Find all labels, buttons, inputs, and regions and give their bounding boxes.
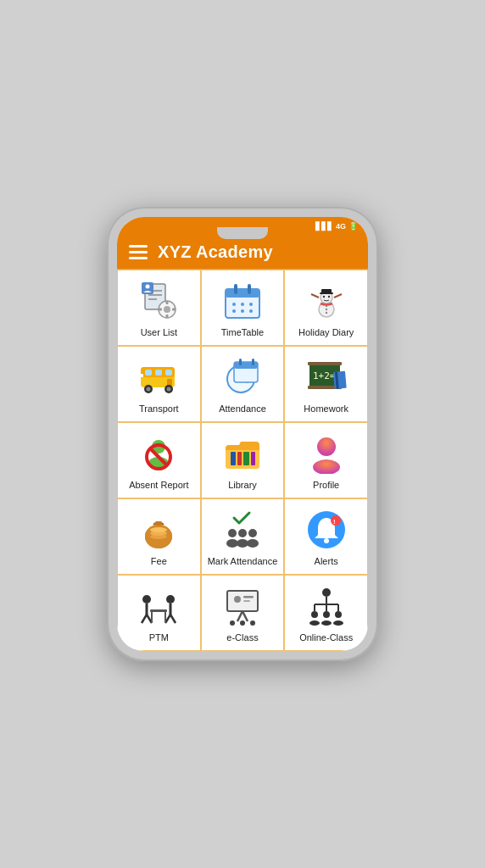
svg-point-79 (247, 539, 259, 548)
svg-rect-98 (243, 600, 250, 602)
svg-point-111 (323, 611, 330, 618)
svg-point-31 (325, 308, 326, 309)
homework-label: Homework (304, 403, 348, 415)
online-class-icon (303, 584, 350, 628)
svg-line-99 (237, 611, 242, 621)
svg-point-16 (232, 303, 236, 306)
svg-point-25 (327, 295, 329, 297)
library-label: Library (228, 480, 257, 491)
ptm-label: PTM (149, 632, 169, 643)
svg-point-76 (238, 529, 247, 537)
svg-point-96 (234, 596, 241, 603)
profile-icon (303, 431, 350, 476)
svg-rect-92 (150, 609, 167, 612)
app-title: XYZ Academy (158, 242, 273, 262)
svg-rect-37 (165, 370, 172, 376)
holiday-diary-icon (303, 279, 350, 323)
absent-report-label: Absent Report (129, 480, 188, 491)
library-icon (219, 431, 266, 476)
e-class-label: e-Class (226, 632, 258, 643)
grid-item-absent-report[interactable]: Absent Report (117, 422, 201, 498)
e-class-icon (219, 584, 266, 628)
status-icons: ▋▋▋ 4G 🔋 (315, 222, 358, 231)
grid-item-ptm[interactable]: PTM (117, 575, 201, 651)
svg-rect-64 (243, 452, 249, 465)
notch (217, 227, 268, 239)
grid-item-transport[interactable]: Transport (117, 346, 201, 422)
svg-point-114 (321, 620, 332, 626)
svg-point-17 (241, 303, 244, 306)
svg-point-75 (226, 539, 238, 548)
svg-rect-51 (252, 359, 254, 365)
svg-text:!: ! (333, 518, 336, 526)
grid-item-fee[interactable]: Fee (117, 498, 201, 575)
alerts-icon: ! (303, 508, 350, 552)
svg-point-78 (248, 529, 257, 537)
hamburger-menu[interactable] (129, 245, 148, 259)
grid-item-holiday-diary[interactable]: Holiday Diary (284, 270, 368, 346)
svg-point-66 (317, 437, 336, 456)
svg-rect-38 (167, 379, 172, 386)
svg-rect-65 (251, 452, 255, 465)
svg-point-77 (237, 539, 248, 548)
grid-item-timetable[interactable]: TimeTable (201, 270, 285, 346)
grid-item-e-class[interactable]: e-Class (201, 575, 285, 651)
svg-rect-63 (237, 452, 242, 465)
profile-label: Profile (313, 480, 339, 491)
grid-item-library[interactable]: Library (201, 422, 285, 498)
svg-point-67 (313, 459, 340, 474)
svg-point-113 (309, 620, 320, 626)
mark-attendance-label: Mark Attendance (208, 556, 278, 567)
homework-icon: 1+2= (303, 355, 350, 399)
svg-rect-36 (155, 370, 162, 376)
svg-line-91 (170, 615, 176, 623)
svg-line-29 (334, 294, 342, 298)
svg-point-19 (232, 309, 236, 313)
svg-rect-50 (239, 359, 242, 365)
app-header: XYZ Academy (117, 236, 368, 269)
timetable-label: TimeTable (221, 327, 264, 338)
attendance-label: Attendance (219, 403, 266, 415)
svg-rect-9 (172, 308, 176, 310)
svg-point-82 (331, 515, 341, 526)
svg-rect-8 (159, 308, 162, 310)
svg-point-11 (146, 284, 150, 288)
user-list-label: User List (141, 327, 177, 338)
svg-rect-62 (231, 452, 236, 465)
grid-item-user-list[interactable]: User List (117, 270, 201, 346)
main-grid: User List (117, 269, 368, 652)
transport-label: Transport (139, 403, 179, 415)
grid-item-attendance[interactable]: Attendance (201, 346, 285, 422)
grid-item-mark-attendance[interactable]: Mark Attendance (201, 498, 285, 575)
online-class-label: Online-Class (299, 632, 353, 643)
status-bar: ▋▋▋ 4G 🔋 (117, 217, 368, 236)
battery-icon: 🔋 (348, 222, 358, 231)
svg-rect-6 (166, 301, 169, 304)
svg-point-104 (322, 588, 331, 597)
grid-item-homework[interactable]: 1+2= Homework (284, 346, 368, 422)
grid-item-online-class[interactable]: Online-Class (284, 575, 368, 651)
svg-line-28 (311, 294, 319, 298)
phone-frame: ▋▋▋ 4G 🔋 XYZ Academy (107, 207, 378, 662)
svg-point-72 (150, 527, 167, 532)
svg-point-32 (325, 311, 326, 313)
grid-item-alerts[interactable]: ! Alerts (284, 498, 368, 575)
svg-rect-43 (141, 374, 143, 377)
svg-line-86 (142, 615, 147, 623)
svg-point-21 (249, 309, 253, 313)
svg-point-40 (147, 387, 151, 391)
svg-rect-53 (308, 362, 342, 365)
phone-screen: ▋▋▋ 4G 🔋 XYZ Academy (117, 217, 368, 652)
svg-rect-7 (166, 314, 169, 318)
svg-rect-15 (248, 284, 251, 294)
grid-item-profile[interactable]: Profile (284, 422, 368, 498)
svg-rect-73 (155, 521, 162, 526)
svg-rect-95 (227, 591, 258, 611)
alerts-label: Alerts (315, 556, 338, 567)
svg-point-102 (240, 620, 245, 626)
svg-rect-14 (234, 284, 237, 294)
svg-rect-13 (226, 289, 259, 298)
svg-point-88 (166, 595, 175, 604)
svg-text:1+2=: 1+2= (313, 370, 336, 381)
svg-line-100 (242, 611, 248, 621)
